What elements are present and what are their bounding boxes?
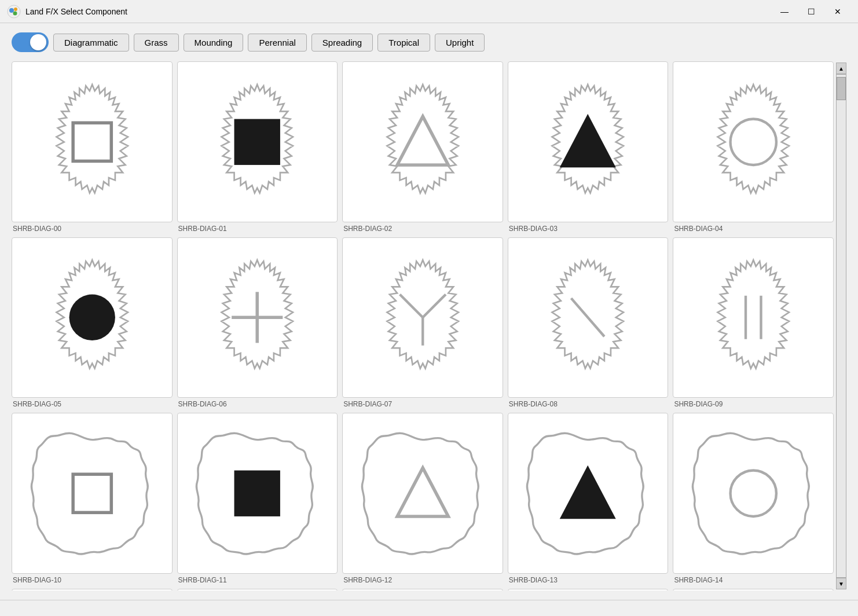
item-card-12[interactable] bbox=[342, 413, 503, 574]
filter-mounding[interactable]: Mounding bbox=[184, 34, 244, 52]
item-card-17[interactable] bbox=[342, 589, 503, 591]
bottom-bar bbox=[0, 600, 858, 616]
item-label-01: SHRB-DIAG-01 bbox=[177, 225, 227, 233]
item-card-15[interactable] bbox=[12, 589, 173, 591]
items-grid: SHRB-DIAG-00 SHRB-DIAG-01 bbox=[12, 61, 836, 591]
item-cell: SHRB-DIAG-05 bbox=[12, 237, 173, 409]
item-cell: SHRB-DIAG-13 bbox=[508, 413, 669, 584]
item-card-04[interactable] bbox=[673, 61, 834, 222]
title-bar-controls: — ☐ ✕ bbox=[771, 0, 851, 23]
svg-line-15 bbox=[571, 298, 604, 336]
filter-spreading[interactable]: Spreading bbox=[311, 34, 373, 52]
close-button[interactable]: ✕ bbox=[824, 0, 851, 23]
minimize-button[interactable]: — bbox=[771, 0, 798, 23]
item-label-09: SHRB-DIAG-09 bbox=[673, 400, 723, 408]
main-content: Diagrammatic Grass Mounding Perennial Sp… bbox=[0, 23, 858, 600]
scroll-track[interactable] bbox=[836, 74, 846, 578]
item-cell: SHRB-DIAG-11 bbox=[177, 413, 338, 584]
item-label-00: SHRB-DIAG-00 bbox=[12, 225, 61, 233]
item-label-03: SHRB-DIAG-03 bbox=[508, 225, 558, 233]
item-card-03[interactable] bbox=[508, 61, 669, 222]
item-card-16[interactable] bbox=[177, 589, 338, 591]
svg-point-1 bbox=[9, 8, 14, 13]
svg-rect-5 bbox=[234, 119, 280, 164]
svg-rect-18 bbox=[73, 474, 111, 512]
item-label-13: SHRB-DIAG-13 bbox=[508, 576, 558, 584]
item-card-00[interactable] bbox=[12, 61, 173, 222]
item-label-07: SHRB-DIAG-07 bbox=[342, 400, 392, 408]
scroll-thumb[interactable] bbox=[837, 77, 846, 100]
item-cell: SHRB-DIAG-18 bbox=[508, 589, 669, 591]
item-cell: SHRB-DIAG-08 bbox=[508, 237, 669, 409]
item-cell: SHRB-DIAG-04 bbox=[673, 61, 834, 233]
svg-point-22 bbox=[731, 470, 776, 516]
svg-point-2 bbox=[14, 8, 17, 11]
item-cell: SHRB-DIAG-16 bbox=[177, 589, 338, 591]
maximize-button[interactable]: ☐ bbox=[798, 0, 824, 23]
toggle-thumb bbox=[30, 34, 46, 50]
item-card-05[interactable] bbox=[12, 237, 173, 398]
app-icon bbox=[7, 5, 21, 19]
item-cell: SHRB-DIAG-07 bbox=[342, 237, 503, 409]
item-label-02: SHRB-DIAG-02 bbox=[342, 225, 392, 233]
item-label-04: SHRB-DIAG-04 bbox=[673, 225, 723, 233]
item-cell: SHRB-DIAG-03 bbox=[508, 61, 669, 233]
item-card-06[interactable] bbox=[177, 237, 338, 398]
toggle-track bbox=[12, 32, 49, 52]
item-cell: SHRB-DIAG-09 bbox=[673, 237, 834, 409]
item-cell: SHRB-DIAG-01 bbox=[177, 61, 338, 233]
item-card-13[interactable] bbox=[508, 413, 669, 574]
scroll-down-arrow[interactable]: ▼ bbox=[836, 578, 846, 589]
scroll-up-arrow[interactable]: ▲ bbox=[836, 63, 846, 74]
item-card-09[interactable] bbox=[673, 237, 834, 398]
svg-marker-20 bbox=[397, 468, 448, 516]
filter-diagrammatic[interactable]: Diagrammatic bbox=[53, 34, 129, 52]
item-label-11: SHRB-DIAG-11 bbox=[177, 576, 227, 584]
item-card-19[interactable] bbox=[673, 589, 834, 591]
item-cell: SHRB-DIAG-17 bbox=[342, 589, 503, 591]
item-card-14[interactable] bbox=[673, 413, 834, 574]
item-label-06: SHRB-DIAG-06 bbox=[177, 400, 227, 408]
item-card-10[interactable] bbox=[12, 413, 173, 574]
item-card-11[interactable] bbox=[177, 413, 338, 574]
filter-grass[interactable]: Grass bbox=[134, 34, 179, 52]
filter-upright[interactable]: Upright bbox=[435, 34, 485, 52]
title-bar: Land F/X Select Component — ☐ ✕ bbox=[0, 0, 858, 23]
item-card-08[interactable] bbox=[508, 237, 669, 398]
item-card-07[interactable] bbox=[342, 237, 503, 398]
svg-line-14 bbox=[423, 295, 446, 318]
svg-rect-4 bbox=[73, 123, 111, 161]
item-cell: SHRB-DIAG-00 bbox=[12, 61, 173, 233]
item-label-08: SHRB-DIAG-08 bbox=[508, 400, 558, 408]
svg-line-13 bbox=[399, 295, 423, 318]
item-cell: SHRB-DIAG-12 bbox=[342, 413, 503, 584]
window-title: Land F/X Select Component bbox=[25, 7, 127, 16]
item-cell: SHRB-DIAG-15 bbox=[12, 589, 173, 591]
item-cell: SHRB-DIAG-10 bbox=[12, 413, 173, 584]
item-label-12: SHRB-DIAG-12 bbox=[342, 576, 392, 584]
svg-marker-6 bbox=[397, 116, 448, 165]
grid-area: SHRB-DIAG-00 SHRB-DIAG-01 bbox=[12, 61, 846, 591]
svg-point-0 bbox=[8, 5, 20, 18]
item-label-05: SHRB-DIAG-05 bbox=[12, 400, 61, 408]
item-card-01[interactable] bbox=[177, 61, 338, 222]
scrollbar[interactable]: ▲ ▼ bbox=[836, 61, 846, 591]
svg-point-9 bbox=[69, 295, 115, 340]
item-card-02[interactable] bbox=[342, 61, 503, 222]
item-cell: SHRB-DIAG-19 bbox=[673, 589, 834, 591]
svg-rect-19 bbox=[234, 470, 280, 516]
svg-marker-21 bbox=[560, 465, 616, 519]
item-cell: SHRB-DIAG-02 bbox=[342, 61, 503, 233]
svg-marker-7 bbox=[560, 113, 616, 167]
svg-point-8 bbox=[731, 119, 776, 164]
item-cell: SHRB-DIAG-14 bbox=[673, 413, 834, 584]
svg-point-3 bbox=[13, 11, 17, 15]
item-cell: SHRB-DIAG-06 bbox=[177, 237, 338, 409]
toggle-switch[interactable] bbox=[12, 32, 49, 52]
item-card-18[interactable] bbox=[508, 589, 669, 591]
item-label-14: SHRB-DIAG-14 bbox=[673, 576, 723, 584]
filter-perennial[interactable]: Perennial bbox=[248, 34, 306, 52]
title-bar-left: Land F/X Select Component bbox=[7, 5, 127, 19]
filter-tropical[interactable]: Tropical bbox=[377, 34, 430, 52]
grid-scroll[interactable]: SHRB-DIAG-00 SHRB-DIAG-01 bbox=[12, 61, 836, 591]
